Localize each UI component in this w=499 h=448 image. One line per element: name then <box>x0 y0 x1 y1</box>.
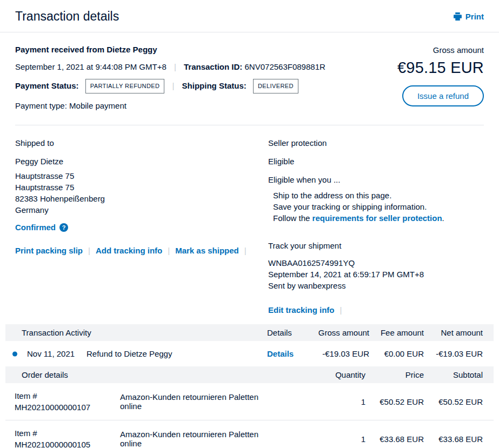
order-item-row: Item # MH20210000000105 Amazon-Kunden re… <box>5 420 494 448</box>
print-packing-slip-link[interactable]: Print packing slip <box>15 246 83 255</box>
printer-icon <box>453 12 462 21</box>
address-line: Hauptstrasse 75 <box>15 170 268 182</box>
payment-status-label: Payment Status: <box>15 81 79 90</box>
address-confirmed-status: Confirmed <box>15 223 56 232</box>
activity-gross-amount: -€19.03 EUR <box>316 349 369 358</box>
activity-net-amount: -€19.03 EUR <box>424 349 483 358</box>
item-subtotal: €50.52 EUR <box>424 397 483 406</box>
recipient-name: Peggy Dietze <box>15 157 268 166</box>
divider: | <box>83 246 96 255</box>
help-icon[interactable]: ? <box>59 223 68 232</box>
item-number: MH20210000000107 <box>15 403 90 412</box>
address-line: Hauptstrasse 75 <box>15 182 268 193</box>
issue-refund-button[interactable]: Issue a refund <box>402 85 484 106</box>
condition-text: . <box>442 213 444 223</box>
payment-received-from: Payment received from Dietze Peggy <box>15 44 325 55</box>
payment-type: Payment type: Mobile payment <box>15 101 325 111</box>
tracking-carrier: Sent by wanbexpress <box>268 280 484 291</box>
transaction-date: September 1, 2021 at 9:44:08 PM GMT+8 <box>15 62 167 71</box>
activity-description: Refund to Dietze Peggy <box>87 349 172 358</box>
item-number: MH20210000000105 <box>15 440 90 448</box>
print-label: Print <box>465 12 484 21</box>
item-subtotal: €33.68 EUR <box>424 434 483 444</box>
item-number-label: Item # <box>15 429 37 438</box>
payment-status-badge: PARTIALLY REFUNDED <box>85 79 165 93</box>
activity-fee-amount: €0.00 EUR <box>369 349 424 358</box>
transaction-id: 6NV072563F089881R <box>245 62 325 71</box>
divider: | <box>162 246 175 255</box>
address-line: Germany <box>15 204 268 216</box>
item-number-label: Item # <box>15 391 37 400</box>
activity-details-link[interactable]: Details <box>267 349 316 358</box>
eligibility-condition: Ship to the address on this page. <box>273 190 484 201</box>
condition-text: Follow the <box>273 213 312 223</box>
seller-protection-section: Seller protection Eligible Eligible when… <box>268 138 484 315</box>
item-description: Amazon-Kunden retournieren Paletten onli… <box>120 392 265 411</box>
divider: | <box>167 81 180 90</box>
item-quantity: 1 <box>265 434 365 444</box>
address-line: 82383 Hohenpeißenberg <box>15 193 268 204</box>
edit-tracking-info-link[interactable]: Edit tracking info <box>268 305 335 315</box>
payment-summary: Payment received from Dietze Peggy Septe… <box>15 32 484 125</box>
track-shipment-heading: Track your shipment <box>268 241 484 250</box>
seller-protection-heading: Seller protection <box>268 138 484 148</box>
column-header-price: Price <box>365 370 424 379</box>
activity-bullet-icon <box>12 351 17 356</box>
column-header-fee: Fee amount <box>369 328 424 337</box>
top-bar: Transaction details Print <box>0 0 499 32</box>
transaction-id-label: Transaction ID: <box>184 62 242 71</box>
gross-amount-value: €95.15 EUR <box>397 59 484 77</box>
item-price: €33.68 EUR <box>365 434 424 444</box>
tracking-date: September 14, 2021 at 6:59:17 PM GMT+8 <box>268 269 484 280</box>
column-header-subtotal: Subtotal <box>424 370 483 379</box>
shipping-status-label: Shipping Status: <box>182 81 247 90</box>
add-tracking-info-link[interactable]: Add tracking info <box>96 246 162 255</box>
transaction-activity-title: Transaction Activity <box>22 328 267 337</box>
activity-date: Nov 11, 2021 <box>22 349 87 358</box>
column-header-net: Net amount <box>424 328 483 337</box>
shipped-to-section: Shipped to Peggy Dietze Hauptstrasse 75 … <box>15 138 268 315</box>
divider: | <box>239 246 252 255</box>
item-quantity: 1 <box>265 397 365 406</box>
shipped-to-heading: Shipped to <box>15 138 268 148</box>
column-header-details: Details <box>267 328 316 337</box>
divider: | <box>335 305 348 315</box>
print-button[interactable]: Print <box>453 12 484 21</box>
shipping-status-badge: DELIVERED <box>253 79 298 93</box>
eligibility-condition: Save your tracking or shipping informati… <box>273 201 484 212</box>
page-title: Transaction details <box>15 9 119 24</box>
transaction-activity-row: Nov 11, 2021 Refund to Dietze Peggy Deta… <box>5 341 494 366</box>
eligibility-conditions-title: Eligible when you ... <box>268 175 484 184</box>
column-header-quantity: Quantity <box>265 370 365 379</box>
item-price: €50.52 EUR <box>365 397 424 406</box>
column-header-gross: Gross amount <box>316 328 369 337</box>
seller-protection-requirements-link[interactable]: requirements for seller protection <box>312 213 442 223</box>
transaction-activity-header: Transaction Activity Details Gross amoun… <box>5 324 494 341</box>
divider: | <box>169 62 182 71</box>
seller-protection-status: Eligible <box>268 157 484 166</box>
mark-as-shipped-link[interactable]: Mark as shipped <box>175 246 239 255</box>
item-description: Amazon-Kunden retournieren Paletten onli… <box>120 430 265 448</box>
order-item-row: Item # MH20210000000107 Amazon-Kunden re… <box>5 383 494 420</box>
eligibility-condition: Follow the requirements for seller prote… <box>273 212 484 224</box>
order-details-header: Order details Quantity Price Subtotal <box>5 366 494 383</box>
tracking-number: WNBAA0162574991YQ <box>268 257 484 269</box>
order-details-title: Order details <box>22 370 265 379</box>
gross-amount-label: Gross amount <box>397 45 484 55</box>
